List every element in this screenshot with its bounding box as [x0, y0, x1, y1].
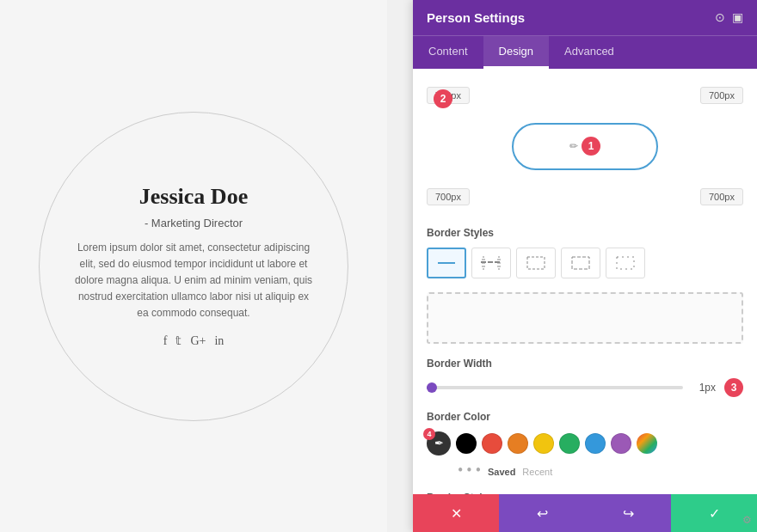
- redo-button[interactable]: ↪: [585, 494, 671, 532]
- footer-settings-icon: ⚙: [742, 514, 752, 527]
- badge-4: 4: [423, 428, 435, 440]
- border-width-value: 1px: [692, 382, 716, 394]
- border-style-option5[interactable]: [606, 248, 645, 278]
- eyedropper-button[interactable]: ✒ 4: [427, 431, 451, 456]
- settings-icon[interactable]: ⊙: [715, 10, 725, 25]
- social-icons-row: f 𝕥 G+ in: [73, 333, 314, 348]
- circle-container: Jessica Doe - Marketing Director Lorem i…: [39, 112, 348, 421]
- corner-bottom-right[interactable]: 700px: [700, 188, 743, 205]
- color-swatch-gradient[interactable]: [637, 433, 657, 454]
- social-googleplus[interactable]: G+: [190, 334, 206, 348]
- svg-rect-7: [572, 257, 589, 269]
- color-swatch-black[interactable]: [456, 433, 477, 454]
- edit-icon: ✏: [569, 140, 578, 153]
- color-swatch-purple[interactable]: [611, 433, 631, 454]
- border-styles-row: [427, 248, 743, 278]
- header-icons: ⊙ ▣: [715, 10, 743, 25]
- border-style-option4[interactable]: [561, 248, 600, 278]
- eyedropper-wrapper: ✒ 4: [427, 431, 451, 456]
- color-swatch-orange[interactable]: [508, 433, 528, 454]
- tab-design[interactable]: Design: [483, 36, 549, 69]
- saved-label[interactable]: Saved: [488, 467, 515, 477]
- recent-label[interactable]: Recent: [522, 467, 552, 477]
- panel-footer: ✕ ↩ ↪ ✓ ⚙: [413, 494, 757, 532]
- radius-grid: 700px 700px ✏ 1 700px 700px: [427, 83, 743, 210]
- eyedropper-icon: ✒: [434, 437, 444, 450]
- radius-preview-area: ✏ 1: [473, 123, 697, 170]
- border-style-solid[interactable]: [427, 248, 466, 278]
- svg-rect-0: [438, 262, 455, 264]
- badge-3: 3: [724, 378, 743, 397]
- tab-advanced[interactable]: Advanced: [549, 36, 630, 69]
- badge-1: 1: [582, 137, 600, 156]
- dots-row: • • •: [456, 462, 481, 478]
- dot2: •: [466, 462, 471, 478]
- svg-rect-8: [617, 257, 634, 269]
- left-preview-panel: Jessica Doe - Marketing Director Lorem i…: [0, 0, 387, 532]
- border-radius-control: 2 700px 700px ✏ 1 700px 700px: [427, 83, 743, 210]
- border-style-option3[interactable]: [516, 248, 556, 278]
- right-settings-panel: Person Settings ⊙ ▣ Content Design Advan…: [413, 0, 757, 532]
- color-swatch-red[interactable]: [482, 433, 502, 454]
- badge-2: 2: [434, 89, 452, 108]
- undo-button[interactable]: ↩: [499, 494, 585, 532]
- border-styles-label: Border Styles: [427, 227, 743, 239]
- profile-title: - Marketing Director: [73, 217, 314, 229]
- border-width-track[interactable]: [427, 386, 683, 389]
- border-width-label: Border Width: [427, 358, 743, 370]
- radius-pill: ✏ 1: [512, 123, 658, 170]
- color-swatches-row: ✒ 4: [427, 431, 743, 456]
- border-width-thumb[interactable]: [427, 382, 437, 393]
- corner-bottom-left[interactable]: 700px: [427, 188, 470, 205]
- svg-rect-6: [527, 257, 545, 269]
- social-twitter[interactable]: 𝕥: [175, 333, 182, 348]
- corner-top-right[interactable]: 700px: [700, 87, 743, 104]
- panel-header: Person Settings ⊙ ▣: [413, 0, 757, 35]
- color-swatch-yellow[interactable]: [533, 433, 554, 454]
- dot3: •: [476, 462, 481, 478]
- profile-bio: Lorem ipsum dolor sit amet, consectetur …: [73, 240, 314, 322]
- social-facebook[interactable]: f: [163, 334, 168, 348]
- profile-content: Jessica Doe - Marketing Director Lorem i…: [73, 184, 314, 349]
- expand-icon[interactable]: ▣: [732, 10, 743, 25]
- border-color-label: Border Color: [427, 411, 743, 423]
- tabs-row: Content Design Advanced: [413, 35, 757, 69]
- color-swatch-green[interactable]: [559, 433, 580, 454]
- color-swatch-blue[interactable]: [585, 433, 606, 454]
- svg-rect-1: [481, 261, 486, 263]
- border-width-slider-row: 1px 3: [427, 378, 743, 397]
- tab-content[interactable]: Content: [413, 36, 483, 69]
- dot1: •: [458, 462, 463, 478]
- panel-body: 2 700px 700px ✏ 1 700px 700px: [413, 69, 757, 494]
- cancel-button[interactable]: ✕: [413, 494, 499, 532]
- dashed-preview-box: [427, 292, 743, 344]
- svg-rect-3: [495, 261, 500, 263]
- profile-name: Jessica Doe: [73, 184, 314, 210]
- border-style-option2[interactable]: [471, 248, 511, 278]
- svg-rect-2: [488, 261, 493, 263]
- social-linkedin[interactable]: in: [214, 334, 224, 348]
- panel-title: Person Settings: [427, 10, 525, 25]
